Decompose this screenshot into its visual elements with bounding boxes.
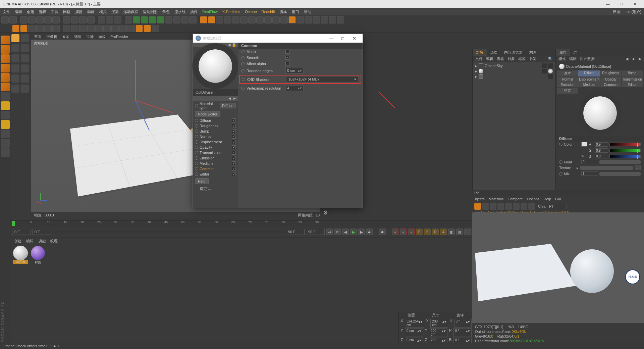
radio-icon[interactable] (241, 87, 245, 90)
vp-menu-options[interactable]: 选项 (74, 34, 82, 39)
vis-tag[interactable] (542, 69, 547, 73)
oct-spot[interactable] (44, 25, 52, 32)
minimize-button[interactable]: — (601, 0, 614, 8)
attr-tab-transmission[interactable]: Transmission (622, 77, 643, 82)
palette-icon[interactable] (1, 148, 10, 157)
key-all[interactable]: ● (392, 229, 398, 235)
vis-tag[interactable] (548, 74, 553, 79)
loop[interactable]: ⟳ (334, 229, 341, 235)
mat-editor-titlebar[interactable]: 材质编辑器 — □ ✕ (193, 34, 363, 43)
plugin-btn-16[interactable] (321, 16, 328, 23)
plugin-btn-5[interactable] (232, 16, 239, 23)
g-field[interactable]: 0.9 (595, 148, 608, 153)
vp-menu-cam[interactable]: 摄像机 (46, 34, 57, 39)
oct-sun[interactable] (20, 25, 28, 32)
affect-checkbox[interactable] (285, 62, 289, 66)
next-icon[interactable]: ► (233, 96, 236, 101)
mm-edit[interactable]: 编辑 (26, 239, 34, 244)
attr-tab-emission[interactable]: Emission (557, 82, 578, 87)
texture-field[interactable] (580, 166, 633, 170)
close-button[interactable]: ✕ (348, 36, 360, 41)
plugin-btn-14[interactable] (305, 16, 312, 23)
fwd-icon[interactable]: ▶ (639, 57, 641, 61)
plugin-btn-3[interactable] (216, 16, 223, 23)
play[interactable]: ▶ (350, 229, 357, 235)
oct-mat-8[interactable] (119, 25, 127, 32)
tool-edge2[interactable] (21, 64, 29, 72)
float-slider[interactable] (599, 160, 641, 164)
vp-menu-filter[interactable]: 过滤 (86, 34, 94, 39)
radio-icon[interactable] (241, 69, 245, 72)
menu-help[interactable]: 帮助 (304, 9, 311, 14)
b-slider[interactable] (609, 155, 641, 158)
oct-mat-5[interactable] (95, 25, 103, 32)
maximize-button[interactable]: □ (337, 36, 348, 41)
menu-char[interactable]: 角色 (162, 9, 170, 14)
plugin-btn-15[interactable] (313, 16, 320, 23)
oct-mat-7[interactable] (111, 25, 119, 32)
select-tool[interactable] (20, 16, 28, 23)
menu-create[interactable]: 创建 (27, 9, 34, 14)
tex-arrow-icon[interactable]: ▸ (577, 166, 579, 170)
rv-pin[interactable] (528, 203, 535, 210)
channel-normal[interactable]: Normal (193, 134, 238, 139)
tab-takes[interactable]: 场次 (487, 49, 501, 56)
tab-objects[interactable]: 对象 (473, 49, 487, 56)
radio-icon[interactable] (241, 50, 245, 53)
attr-tab-medium[interactable]: Medium (578, 82, 600, 87)
attr-preview-sphere[interactable] (583, 96, 617, 130)
plugin-btn-18[interactable] (337, 16, 344, 23)
node-editor-button[interactable]: Node Editor (195, 111, 220, 117)
attr-tab-displacement[interactable]: Displacement (578, 77, 600, 82)
mat-name[interactable]: OctDiffuse (193, 89, 238, 96)
attr-tab-editor[interactable]: Editor (622, 82, 643, 87)
vp-menu-display[interactable]: 显示 (62, 34, 69, 39)
light[interactable] (189, 16, 197, 23)
mm-tex[interactable]: 纹理 (50, 239, 58, 244)
tool-ring[interactable] (11, 85, 19, 93)
menu-mesh[interactable]: 网格 (63, 9, 70, 14)
maximize-button[interactable]: □ (614, 0, 628, 8)
lock-icon[interactable]: 🔒 (232, 43, 236, 47)
end-frame[interactable]: 90 F (286, 229, 305, 235)
key-opt3[interactable]: ☰ (464, 229, 471, 235)
render-canvas[interactable]: 行木者 (472, 212, 644, 323)
up-icon[interactable]: ▲ (632, 57, 635, 61)
attr-tab-基本[interactable]: 基本 (557, 70, 578, 77)
menu-redshift[interactable]: Redshift (262, 10, 275, 14)
plugin-btn-17[interactable] (329, 16, 336, 23)
palette-icon[interactable] (1, 101, 10, 110)
vp-menu-view[interactable]: 查看 (34, 34, 42, 39)
array[interactable] (157, 16, 164, 23)
expand-icon[interactable]: ▸ (475, 74, 477, 79)
back-icon[interactable]: ◀ (228, 43, 230, 47)
coord-sys[interactable] (87, 16, 95, 23)
vp-menu-panel[interactable]: 面板 (98, 34, 106, 39)
key-a[interactable]: A (440, 229, 447, 235)
key-pos[interactable]: ● (400, 229, 407, 235)
tool-edge[interactable] (11, 64, 19, 72)
generator[interactable] (141, 16, 148, 23)
oct-shuffle[interactable] (152, 25, 159, 32)
palette-icon[interactable] (1, 111, 10, 119)
expand-icon[interactable]: ▸ (475, 64, 477, 68)
rounded-field[interactable]: 0 cm▴▾ (285, 68, 304, 73)
plugin-btn-11[interactable] (280, 16, 288, 23)
cur-frame[interactable]: 0 F (32, 229, 51, 235)
channel-transmission[interactable]: Transmission (193, 150, 238, 155)
radio-icon[interactable] (241, 62, 245, 65)
rv-lock[interactable] (490, 203, 496, 210)
rec-start[interactable]: ⏺ (379, 229, 386, 235)
close-button[interactable]: ✕ (628, 0, 641, 8)
palette-icon[interactable] (1, 120, 10, 129)
palette-icon[interactable] (1, 92, 10, 101)
attr-tab-diffuse[interactable]: Diffuse (578, 70, 600, 77)
channel-emission[interactable]: Emission (193, 155, 238, 161)
smooth-checkbox[interactable] (285, 56, 289, 60)
plugin-btn-12[interactable] (288, 16, 296, 23)
channel-displacement[interactable]: Displacement (193, 139, 238, 145)
attr-tab-normal[interactable]: Normal (557, 77, 578, 82)
palette-icon[interactable] (1, 139, 10, 148)
key-p[interactable]: P (416, 229, 423, 235)
plugin-btn-9[interactable] (264, 16, 272, 23)
